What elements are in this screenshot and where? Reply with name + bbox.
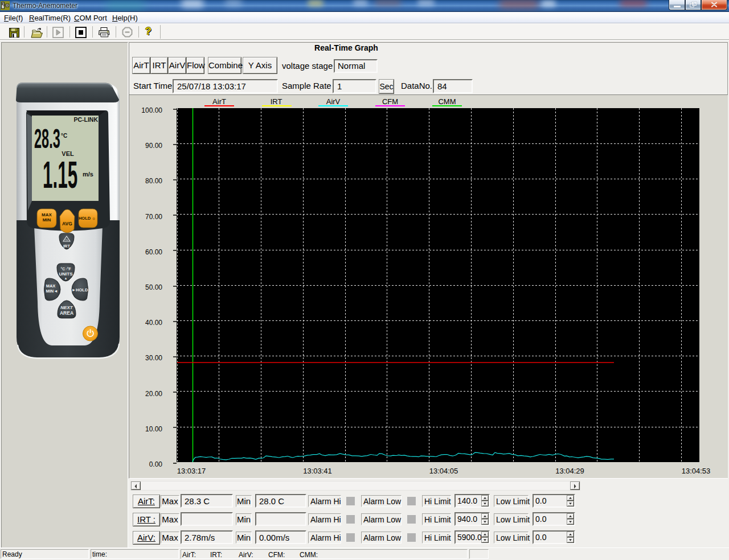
svg-text:m/s: m/s xyxy=(83,171,93,178)
svg-text:MIN: MIN xyxy=(43,217,51,223)
svg-text:°C ·°F: °C ·°F xyxy=(61,267,71,271)
svg-text:NEXT: NEXT xyxy=(60,305,73,310)
svg-text:AVG: AVG xyxy=(62,221,72,227)
svg-text:°C: °C xyxy=(61,133,67,139)
svg-text:HOLD ☼: HOLD ☼ xyxy=(79,216,96,221)
svg-text:MIN◄: MIN◄ xyxy=(46,289,58,294)
svg-text:UNITS: UNITS xyxy=(59,271,73,277)
svg-text:28.3: 28.3 xyxy=(34,123,60,154)
svg-text:▲: ▲ xyxy=(64,277,68,280)
svg-text:►HOLD: ►HOLD xyxy=(72,287,88,293)
svg-text:AREA: AREA xyxy=(60,310,73,316)
svg-text:1.15: 1.15 xyxy=(43,154,77,196)
svg-text:IRT: IRT xyxy=(63,244,71,249)
svg-text:MAX: MAX xyxy=(46,283,56,289)
svg-text:PC-LINK: PC-LINK xyxy=(73,116,98,123)
svg-text:MAX: MAX xyxy=(42,212,52,217)
